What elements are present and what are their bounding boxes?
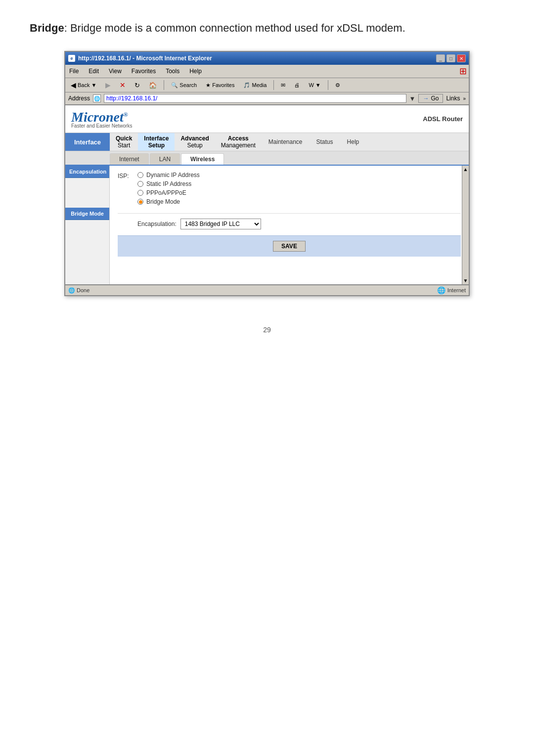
back-icon: ◀ — [71, 81, 76, 89]
radio-dynamic-ip-label: Dynamic IP Address — [146, 172, 200, 178]
window-title: http://192.168.16.1/ - Microsoft Interne… — [78, 55, 212, 62]
forward-button[interactable]: ▶ — [102, 80, 114, 90]
internet-globe-icon: 🌐 — [437, 286, 445, 294]
scrollbar[interactable]: ▲ ▼ — [462, 166, 469, 284]
sub-nav-internet[interactable]: Internet — [110, 153, 149, 165]
status-internet: Internet — [447, 287, 466, 293]
links-chevron-icon[interactable]: » — [463, 96, 466, 101]
save-button[interactable]: SAVE — [273, 241, 306, 252]
micronet-logo-area: Micronet® Faster and Easier Networks — [71, 109, 132, 129]
page-number: 29 — [30, 326, 504, 334]
title-bar-left: e http://192.168.16.1/ - Microsoft Inter… — [68, 55, 212, 62]
sub-nav-lan[interactable]: LAN — [150, 153, 180, 165]
micronet-product: ADSL Router — [423, 115, 463, 123]
encap-select[interactable]: 1483 Bridged IP LLC 1483 Bridged IP VC-M… — [180, 219, 261, 229]
radio-static-ip-label: Static IP Address — [146, 180, 191, 187]
browser-window: e http://192.168.16.1/ - Microsoft Inter… — [64, 51, 470, 296]
scroll-down-arrow[interactable]: ▼ — [463, 278, 468, 283]
favorites-label: Favorites — [212, 82, 234, 88]
nav-status[interactable]: Status — [310, 135, 340, 148]
radio-dynamic-ip[interactable]: Dynamic IP Address — [137, 172, 200, 178]
address-label: Address — [68, 95, 90, 102]
go-label: Go — [431, 95, 439, 102]
separator-1 — [164, 80, 164, 90]
address-input[interactable] — [104, 94, 406, 103]
nav-maintenance[interactable]: Maintenance — [262, 135, 310, 148]
ie-icon: e — [68, 55, 75, 62]
menu-view[interactable]: View — [107, 67, 124, 76]
home-icon: 🏠 — [149, 82, 157, 89]
nav-interface-label: Interface — [65, 133, 110, 151]
radio-static-ip-circle[interactable] — [137, 181, 143, 187]
nav-items: Quick Start Interface Setup Advanced Set… — [110, 133, 469, 151]
menu-tools[interactable]: Tools — [164, 67, 181, 76]
go-button[interactable]: → Go — [418, 94, 443, 103]
nav-access-management[interactable]: Access Management — [215, 133, 262, 151]
page-icon: 🌐 — [93, 94, 101, 102]
close-button[interactable]: ✕ — [457, 54, 466, 62]
minimize-button[interactable]: _ — [436, 54, 445, 62]
tools-gear-button[interactable]: ⚙ — [332, 81, 344, 90]
back-button[interactable]: ◀ Back ▼ — [67, 80, 100, 90]
menu-help[interactable]: Help — [187, 67, 204, 76]
address-bar: Address 🌐 ▼ → Go Links » — [65, 92, 469, 105]
encap-label: Encapsulation: — [137, 221, 177, 227]
menu-favorites[interactable]: Favorites — [130, 67, 158, 76]
back-dropdown-icon[interactable]: ▼ — [91, 82, 96, 88]
micronet-header: Micronet® Faster and Easier Networks ADS… — [65, 105, 469, 133]
intro-bold: Bridge — [30, 22, 64, 34]
radio-pppoa-pppoe[interactable]: PPPoA/PPPoE — [137, 189, 200, 196]
stop-button[interactable]: ✕ — [116, 80, 129, 90]
page-content: Micronet® Faster and Easier Networks ADS… — [65, 105, 469, 295]
sidebar-encapsulation: Encapsulation — [65, 166, 109, 178]
title-bar: e http://192.168.16.1/ - Microsoft Inter… — [65, 52, 469, 65]
sub-nav-wireless[interactable]: Wireless — [181, 153, 224, 165]
links-button[interactable]: Links — [446, 95, 460, 102]
menu-file[interactable]: File — [67, 67, 81, 76]
separator-3 — [328, 80, 328, 90]
mail-icon: ✉ — [281, 82, 285, 89]
refresh-button[interactable]: ↻ — [131, 80, 143, 90]
media-button[interactable]: 🎵 Media — [240, 81, 270, 90]
mail-button[interactable]: ✉ — [277, 81, 289, 90]
bridge-section: Encapsulation: 1483 Bridged IP LLC 1483 … — [118, 213, 461, 229]
dropdown-arrow-icon[interactable]: ▼ — [409, 95, 416, 102]
radio-bridge-mode-circle[interactable] — [137, 199, 143, 205]
status-bar: 🌐 Done 🌐 Internet — [65, 284, 469, 295]
content-sidebar: Encapsulation Bridge Mode — [65, 166, 110, 284]
title-bar-controls[interactable]: _ □ ✕ — [436, 54, 466, 62]
search-label: Search — [179, 82, 197, 88]
isp-row: ISP: Dynamic IP Address Static IP Addres… — [118, 172, 461, 205]
nav-interface-setup[interactable]: Interface Setup — [138, 133, 175, 151]
search-button[interactable]: 🔍 Search — [168, 81, 200, 90]
micronet-tagline: Faster and Easier Networks — [71, 123, 132, 129]
intro-paragraph: Bridge: Bridge mode is a common connecti… — [30, 20, 504, 36]
nav-advanced-setup[interactable]: Advanced Setup — [175, 133, 215, 151]
menu-edit[interactable]: Edit — [87, 67, 101, 76]
radio-bridge-mode[interactable]: Bridge Mode — [137, 198, 200, 205]
radio-dynamic-ip-circle[interactable] — [137, 172, 143, 178]
radio-bridge-mode-label: Bridge Mode — [146, 198, 180, 205]
sidebar-spacer — [65, 178, 109, 208]
back-label: Back — [78, 82, 89, 88]
intro-rest: : Bridge mode is a common connection met… — [64, 22, 405, 34]
go-arrow-icon: → — [423, 95, 429, 102]
radio-pppoa-circle[interactable] — [137, 190, 143, 196]
edit-icon: W — [309, 82, 313, 88]
radio-static-ip[interactable]: Static IP Address — [137, 180, 200, 187]
status-done: Done — [77, 287, 89, 293]
home-button[interactable]: 🏠 — [145, 80, 160, 90]
radio-pppoa-label: PPPoA/PPPoE — [146, 189, 186, 196]
maximize-button[interactable]: □ — [446, 54, 455, 62]
edit-button[interactable]: W ▼ — [305, 81, 324, 89]
print-button[interactable]: 🖨 — [291, 81, 303, 89]
nav-quick-start[interactable]: Quick Start — [110, 133, 138, 151]
favorites-button[interactable]: ★ Favorites — [202, 81, 238, 90]
content-wrapper: Encapsulation Bridge Mode ISP: Dynamic I… — [65, 166, 469, 284]
windows-logo: ⊞ — [459, 66, 467, 77]
edit-dropdown-icon[interactable]: ▼ — [315, 82, 321, 88]
radio-group: Dynamic IP Address Static IP Address PPP… — [137, 172, 200, 205]
nav-help[interactable]: Help — [340, 135, 366, 148]
media-icon: 🎵 — [243, 82, 250, 89]
scroll-up-arrow[interactable]: ▲ — [463, 167, 468, 172]
